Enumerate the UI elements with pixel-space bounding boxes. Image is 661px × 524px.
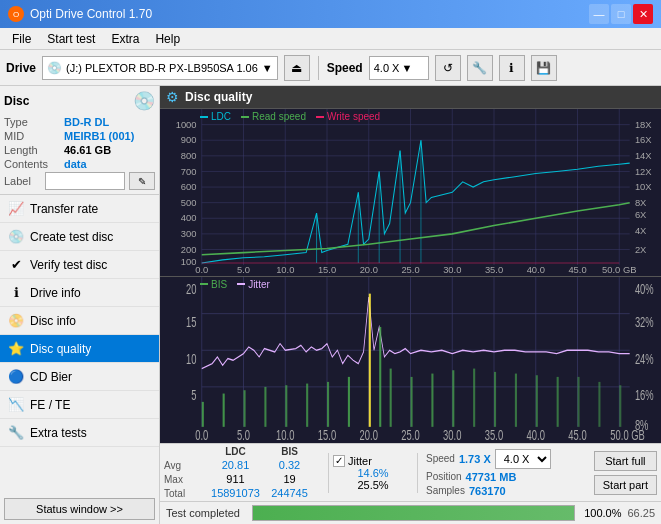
maximize-button[interactable]: □ bbox=[611, 4, 631, 24]
sidebar-item-label: CD Bier bbox=[30, 370, 72, 384]
svg-text:5.0: 5.0 bbox=[237, 265, 250, 275]
sidebar-item-transfer-rate[interactable]: 📈 Transfer rate bbox=[0, 195, 159, 223]
samples-value: 763170 bbox=[469, 485, 506, 497]
speed-stat-label: Speed bbox=[426, 453, 455, 464]
chart-header-icon: ⚙ bbox=[166, 89, 179, 105]
jitter-checkbox[interactable]: ✓ bbox=[333, 455, 345, 467]
legend-write-speed: Write speed bbox=[316, 111, 380, 122]
drive-dropdown-icon: ▼ bbox=[262, 62, 273, 74]
sidebar-item-fe-te[interactable]: 📉 FE / TE bbox=[0, 391, 159, 419]
svg-text:18X: 18X bbox=[635, 120, 652, 130]
svg-text:10.0: 10.0 bbox=[276, 426, 294, 443]
sidebar-item-label: Disc quality bbox=[30, 342, 91, 356]
svg-text:900: 900 bbox=[181, 135, 197, 145]
app-title: Opti Drive Control 1.70 bbox=[30, 7, 152, 21]
start-full-button[interactable]: Start full bbox=[594, 451, 657, 471]
svg-rect-91 bbox=[202, 401, 204, 426]
svg-rect-98 bbox=[348, 376, 350, 426]
write-speed-legend-dot bbox=[316, 116, 324, 118]
svg-rect-106 bbox=[494, 371, 496, 426]
sidebar-item-label: Create test disc bbox=[30, 230, 113, 244]
toolbar: Drive 💿 (J:) PLEXTOR BD-R PX-LB950SA 1.0… bbox=[0, 50, 661, 86]
sidebar-item-verify-test-disc[interactable]: ✔ Verify test disc bbox=[0, 251, 159, 279]
bis-legend-dot bbox=[200, 283, 208, 285]
info-button[interactable]: ℹ bbox=[499, 55, 525, 81]
speed-label: Speed bbox=[327, 61, 363, 75]
legend-ldc: LDC bbox=[200, 111, 231, 122]
close-button[interactable]: ✕ bbox=[633, 4, 653, 24]
drive-select[interactable]: 💿 (J:) PLEXTOR BD-R PX-LB950SA 1.06 ▼ bbox=[42, 56, 278, 80]
stats-row: LDC BIS Avg 20.81 0.32 Max 911 19 Total … bbox=[160, 443, 661, 501]
refresh-button[interactable]: ↺ bbox=[435, 55, 461, 81]
svg-rect-95 bbox=[285, 385, 287, 427]
svg-text:600: 600 bbox=[181, 182, 197, 192]
jitter-legend-dot bbox=[237, 283, 245, 285]
svg-rect-97 bbox=[327, 381, 329, 426]
samples-label: Samples bbox=[426, 485, 465, 496]
sidebar-item-cd-bier[interactable]: 🔵 CD Bier bbox=[0, 363, 159, 391]
read-speed-legend-dot bbox=[241, 116, 249, 118]
svg-text:14X: 14X bbox=[635, 151, 652, 161]
svg-text:35.0: 35.0 bbox=[485, 426, 503, 443]
avg-bis: 0.32 bbox=[267, 459, 312, 471]
samples-row: Samples 763170 bbox=[426, 485, 551, 497]
settings-button[interactable]: 🔧 bbox=[467, 55, 493, 81]
type-label: Type bbox=[4, 116, 64, 128]
speed-stat-value: 1.73 X bbox=[459, 453, 491, 465]
status-text: Test completed bbox=[166, 507, 246, 519]
main-content: Disc 💿 Type BD-R DL MID MEIRB1 (001) Len… bbox=[0, 86, 661, 524]
create-test-disc-icon: 💿 bbox=[8, 229, 24, 245]
svg-text:40.0: 40.0 bbox=[527, 265, 545, 275]
speed-dropdown-icon: ▼ bbox=[401, 62, 412, 74]
eject-button[interactable]: ⏏ bbox=[284, 55, 310, 81]
menu-file[interactable]: File bbox=[4, 30, 39, 48]
svg-text:0.0: 0.0 bbox=[195, 265, 208, 275]
svg-text:24%: 24% bbox=[635, 350, 654, 367]
minimize-button[interactable]: — bbox=[589, 4, 609, 24]
progress-right-value: 66.25 bbox=[627, 507, 655, 519]
svg-text:30.0: 30.0 bbox=[443, 265, 461, 275]
svg-text:50.0 GB: 50.0 GB bbox=[610, 426, 644, 443]
sidebar-item-extra-tests[interactable]: 🔧 Extra tests bbox=[0, 419, 159, 447]
length-value: 46.61 GB bbox=[64, 144, 111, 156]
svg-text:500: 500 bbox=[181, 198, 197, 208]
sidebar-item-drive-info[interactable]: ℹ Drive info bbox=[0, 279, 159, 307]
svg-rect-94 bbox=[264, 386, 266, 426]
chart-header: ⚙ Disc quality bbox=[160, 86, 661, 109]
menu-help[interactable]: Help bbox=[147, 30, 188, 48]
svg-text:0.0: 0.0 bbox=[195, 426, 208, 443]
svg-text:40.0: 40.0 bbox=[527, 426, 545, 443]
extra-tests-icon: 🔧 bbox=[8, 425, 24, 441]
svg-text:45.0: 45.0 bbox=[568, 426, 586, 443]
status-window-button[interactable]: Status window >> bbox=[4, 498, 155, 520]
svg-rect-111 bbox=[598, 381, 600, 426]
verify-test-disc-icon: ✔ bbox=[8, 257, 24, 273]
label-input[interactable] bbox=[45, 172, 125, 190]
bis-legend-label: BIS bbox=[211, 279, 227, 290]
avg-label: Avg bbox=[164, 460, 204, 471]
transfer-rate-icon: 📈 bbox=[8, 201, 24, 217]
svg-rect-109 bbox=[557, 376, 559, 426]
menu-start-test[interactable]: Start test bbox=[39, 30, 103, 48]
speed-stat-select[interactable]: 4.0 X bbox=[495, 449, 551, 469]
menu-extra[interactable]: Extra bbox=[103, 30, 147, 48]
speed-select[interactable]: 4.0 X ▼ bbox=[369, 56, 429, 80]
sidebar-item-disc-info[interactable]: 📀 Disc info bbox=[0, 307, 159, 335]
start-buttons: Start full Start part bbox=[594, 451, 657, 495]
start-part-button[interactable]: Start part bbox=[594, 475, 657, 495]
type-value: BD-R DL bbox=[64, 116, 109, 128]
sidebar: Disc 💿 Type BD-R DL MID MEIRB1 (001) Len… bbox=[0, 86, 160, 524]
stats-divider-2 bbox=[417, 453, 418, 493]
legend-read-speed: Read speed bbox=[241, 111, 306, 122]
chart-title: Disc quality bbox=[185, 90, 252, 104]
svg-text:400: 400 bbox=[181, 213, 197, 223]
contents-label: Contents bbox=[4, 158, 64, 170]
svg-text:200: 200 bbox=[181, 245, 197, 255]
label-edit-button[interactable]: ✎ bbox=[129, 172, 155, 190]
sidebar-item-disc-quality[interactable]: ⭐ Disc quality bbox=[0, 335, 159, 363]
window-controls: — □ ✕ bbox=[589, 4, 653, 24]
svg-text:100: 100 bbox=[181, 257, 197, 267]
disc-quality-icon: ⭐ bbox=[8, 341, 24, 357]
sidebar-item-create-test-disc[interactable]: 💿 Create test disc bbox=[0, 223, 159, 251]
save-button[interactable]: 💾 bbox=[531, 55, 557, 81]
